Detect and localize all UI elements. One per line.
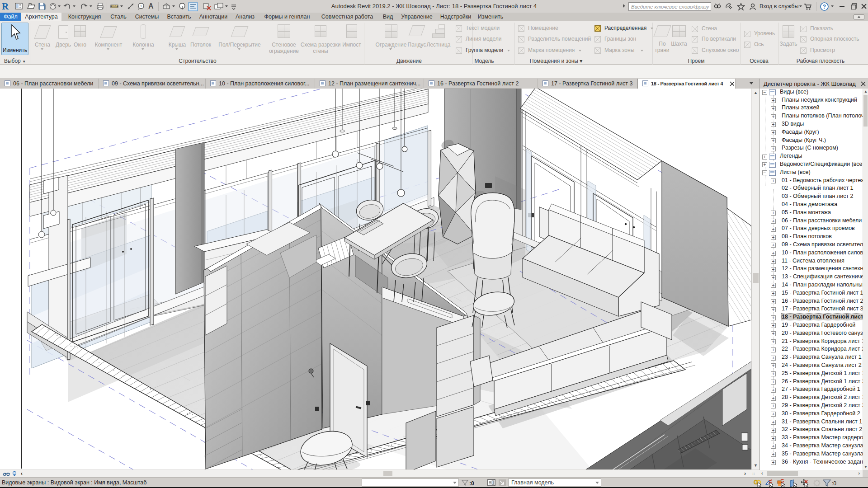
svg-text:?: ?: [823, 4, 826, 10]
svg-text::0: :0: [469, 480, 474, 487]
svg-text::0: :0: [832, 480, 836, 487]
